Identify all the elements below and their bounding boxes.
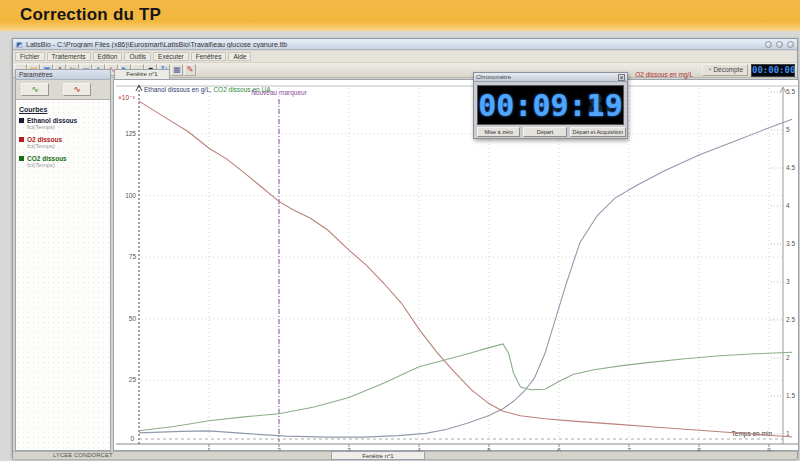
grid-icon[interactable]: ▦ [171, 64, 183, 76]
curve-function-label: fct(Temps) [27, 143, 110, 149]
curve-name: CO2 dissous [27, 155, 67, 162]
marker-nouveau-marqueur[interactable]: Nouveau marqueur [251, 89, 307, 442]
menu-outils[interactable]: Outils [124, 52, 151, 61]
curve-list-item[interactable]: CO2 dissousfct(Temps) [19, 155, 110, 168]
chart-tick-labels: 123456789255075100125011.522.533.544.555… [118, 88, 795, 452]
chrono-button-d-part-et-acquisition[interactable]: Départ et Acquisition [570, 127, 626, 137]
status-window-tab[interactable]: Fenêtre n°1 [331, 451, 425, 460]
svg-text:2.5: 2.5 [786, 316, 795, 323]
parameters-panel: Paramètres ∿∿ Courbes Ethanol dissousfct… [15, 69, 111, 451]
menu-fichier[interactable]: Fichier [15, 52, 45, 61]
curve-name: O2 dissous [27, 136, 62, 143]
menu-aide[interactable]: Aide [228, 52, 251, 61]
chronometer-window[interactable]: Chronomètre ✕ 88:88:88 00:09:19 Mise à z… [473, 72, 628, 139]
window-titlebar[interactable]: ◩ LatisBio - C:\Program Files (x86)\Euro… [13, 39, 797, 50]
svg-text:5.5: 5.5 [786, 88, 795, 95]
minimize-button[interactable] [765, 41, 772, 48]
window-title: LatisBio - C:\Program Files (x86)\Eurosm… [26, 41, 765, 48]
restore-button[interactable] [776, 41, 783, 48]
curve-name: Ethanol dissous [27, 117, 77, 124]
countdown-display: 00:00:00 [751, 64, 795, 77]
svg-text:4.5: 4.5 [786, 164, 795, 171]
curves-list: Ethanol dissousfct(Temps)O2 dissousfct(T… [16, 117, 110, 168]
menu-fentres[interactable]: Fenêtres [191, 52, 227, 61]
chart-gridlines [141, 88, 782, 438]
countdown-button[interactable]: ◔ Décompte [702, 64, 748, 76]
curve-list-item[interactable]: O2 dissousfct(Temps) [19, 136, 110, 149]
series-co2-dissous [139, 344, 792, 431]
svg-text:1.5: 1.5 [786, 392, 795, 399]
app-window: ◩ LatisBio - C:\Program Files (x86)\Euro… [12, 38, 798, 459]
lcd-time: 00:09:19 [478, 88, 623, 123]
app-icon: ◩ [16, 41, 23, 48]
chronometer-titlebar[interactable]: Chronomètre ✕ [474, 73, 627, 82]
svg-text:3: 3 [786, 278, 790, 285]
chronometer-title: Chronomètre [476, 74, 618, 80]
svg-text:×10⁻³: ×10⁻³ [118, 94, 135, 101]
menu-edition[interactable]: Edition [93, 52, 123, 61]
curve-list-item[interactable]: Ethanol dissousfct(Temps) [19, 117, 110, 130]
chronometer-display: 88:88:88 00:09:19 [477, 85, 624, 125]
svg-text:2: 2 [786, 354, 790, 361]
curve-color-swatch [19, 118, 24, 123]
curve-color-swatch [19, 156, 24, 161]
chart: 123456789255075100125011.522.533.544.555… [114, 80, 800, 452]
svg-text:100: 100 [125, 192, 136, 199]
svg-text:0: 0 [130, 435, 134, 442]
svg-text:25: 25 [129, 376, 137, 383]
svg-text:125: 125 [125, 130, 136, 137]
pen-icon[interactable]: ✎ [184, 64, 196, 76]
curve-red-button[interactable]: ∿ [63, 83, 91, 96]
sidebar-buttons: ∿∿ [16, 80, 110, 100]
chart-window-tab[interactable]: Fenêtre n°1 [114, 69, 170, 79]
series-o2-dissous [139, 101, 792, 437]
status-text: LYCEE CONDORCET [53, 452, 113, 458]
parameters-panel-title[interactable]: Paramètres [16, 70, 110, 80]
curve-function-label: fct(Temps) [27, 162, 110, 168]
countdown-label: Décompte [713, 65, 743, 75]
curve-green-button[interactable]: ∿ [21, 83, 49, 96]
chart-panel[interactable]: 123456789255075100125011.522.533.544.555… [113, 79, 799, 451]
svg-text:4: 4 [786, 202, 790, 209]
chrono-button-mise-z-ro[interactable]: Mise à zéro [477, 127, 520, 137]
menu-bar: FichierTraitementsEditionOutilsExécuterF… [13, 51, 797, 62]
svg-text:Nouveau marqueur: Nouveau marqueur [251, 89, 307, 97]
menu-traitements[interactable]: Traitements [47, 52, 91, 61]
svg-text:50: 50 [129, 315, 137, 322]
clock-icon: ◔ [707, 65, 711, 75]
svg-text:5: 5 [786, 126, 790, 133]
close-button[interactable] [787, 41, 794, 48]
chart-axes [116, 85, 798, 447]
chronometer-close-icon[interactable]: ✕ [618, 74, 625, 81]
curve-color-swatch [19, 137, 24, 142]
svg-text:3.5: 3.5 [786, 240, 795, 247]
banner-title: Correction du TP [0, 0, 800, 25]
chronometer-buttons: Mise à zéroDépartDépart et Acquisition [477, 127, 626, 137]
curves-section-title: Courbes [19, 106, 110, 113]
curve-function-label: fct(Temps) [27, 124, 110, 130]
menu-excuter[interactable]: Exécuter [153, 52, 189, 61]
status-bar: LYCEE CONDORCET Fenêtre n°1 [13, 451, 797, 459]
page-banner: Correction du TP [0, 0, 800, 31]
chrono-button-d-part[interactable]: Départ [523, 127, 566, 137]
svg-text:1: 1 [786, 430, 790, 437]
svg-text:75: 75 [129, 253, 137, 260]
